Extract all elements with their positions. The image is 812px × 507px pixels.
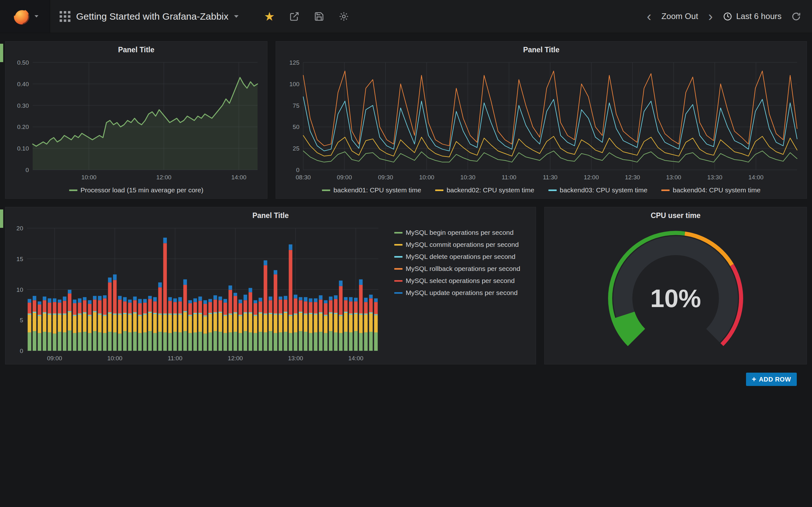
grafana-logo-icon: [12, 7, 32, 26]
grafana-dashboard: Getting Started with Grafana-Zabbix ★: [0, 0, 812, 507]
legend-label: MySQL select operations per second: [406, 277, 515, 285]
legend-label: MySQL delete operations per second: [406, 253, 515, 261]
legend-color-chip: [394, 244, 403, 245]
legend-item[interactable]: backend03: CPU system time: [548, 186, 648, 194]
time-range-picker[interactable]: Last 6 hours: [723, 11, 781, 21]
svg-text:11:30: 11:30: [543, 174, 557, 181]
dashboard-picker[interactable]: Getting Started with Grafana-Zabbix: [50, 0, 248, 33]
save-button[interactable]: [314, 11, 324, 21]
legend-color-chip: [548, 189, 557, 191]
svg-text:0.30: 0.30: [17, 102, 29, 109]
legend-item[interactable]: backend02: CPU system time: [435, 186, 535, 194]
panel-cpu-user-time: CPU user time 10%: [544, 207, 807, 364]
svg-text:13:00: 13:00: [288, 355, 303, 361]
svg-text:125: 125: [289, 59, 299, 66]
svg-text:5: 5: [20, 317, 23, 324]
svg-text:0.10: 0.10: [17, 145, 29, 152]
cpu-system-time-chart[interactable]: 025507510012508:3009:0009:3010:0010:3011…: [279, 58, 803, 182]
caret-down-icon: [35, 15, 38, 17]
mysql-operations-chart[interactable]: 0510152009:0010:0011:0012:0013:0014:00: [9, 224, 384, 363]
save-icon: [314, 11, 324, 21]
legend-label: backend02: CPU system time: [447, 186, 535, 194]
legend-item[interactable]: MySQL rollback operations per second: [394, 265, 520, 273]
row-collapse-handle[interactable]: [0, 210, 3, 228]
legend-color-chip: [394, 268, 403, 270]
svg-text:0.50: 0.50: [17, 59, 29, 66]
legend-label: backend03: CPU system time: [560, 186, 648, 194]
time-shift-forward-button[interactable]: ›: [708, 10, 713, 23]
legend-label: MySQL update operations per second: [406, 289, 518, 297]
dashboard-actions: ★: [264, 10, 349, 22]
chart-legend: MySQL begin operations per secondMySQL c…: [384, 224, 532, 363]
panel-title[interactable]: Panel Title: [5, 42, 267, 58]
svg-text:12:00: 12:00: [156, 174, 171, 181]
svg-text:100: 100: [289, 81, 299, 88]
svg-text:14:00: 14:00: [231, 174, 247, 181]
row-collapse-handle[interactable]: [0, 44, 3, 62]
legend-color-chip: [661, 189, 670, 191]
legend-label: backend01: CPU system time: [334, 186, 421, 194]
panel-processor-load: Panel Title 00.100.200.300.400.5010:0012…: [5, 41, 267, 199]
legend-color-chip: [435, 189, 444, 191]
share-button[interactable]: [289, 11, 299, 21]
grafana-main-menu[interactable]: [0, 0, 50, 33]
svg-text:09:30: 09:30: [378, 174, 393, 181]
legend-item[interactable]: MySQL select operations per second: [394, 277, 515, 285]
svg-text:14:00: 14:00: [749, 174, 764, 181]
legend-color-chip: [394, 232, 403, 233]
legend-color-chip: [322, 189, 330, 191]
gear-icon: [339, 11, 349, 21]
svg-text:0.20: 0.20: [17, 124, 29, 130]
svg-text:10:30: 10:30: [460, 174, 475, 181]
svg-text:0: 0: [296, 167, 299, 173]
panel-title[interactable]: CPU user time: [545, 207, 807, 224]
settings-button[interactable]: [339, 11, 349, 21]
svg-text:13:30: 13:30: [707, 174, 722, 181]
refresh-icon: [791, 11, 801, 21]
legend-color-chip: [394, 256, 403, 258]
legend-item[interactable]: backend01: CPU system time: [322, 186, 421, 194]
svg-text:50: 50: [293, 124, 299, 130]
panel-title[interactable]: Panel Title: [276, 42, 807, 58]
share-icon: [289, 11, 299, 21]
navbar: Getting Started with Grafana-Zabbix ★: [0, 0, 812, 33]
svg-text:11:00: 11:00: [502, 174, 516, 181]
clock-icon: [723, 12, 732, 21]
add-row-label: ADD ROW: [759, 376, 791, 383]
refresh-button[interactable]: [791, 11, 801, 21]
legend-item[interactable]: Processor load (15 min average per core): [69, 186, 204, 194]
star-button[interactable]: ★: [264, 10, 275, 22]
svg-text:10:00: 10:00: [107, 355, 122, 361]
chart-legend: backend01: CPU system timebackend02: CPU…: [279, 182, 803, 198]
svg-text:12:00: 12:00: [583, 174, 599, 181]
panel-mysql-operations: Panel Title 0510152009:0010:0011:0012:00…: [5, 207, 536, 364]
legend-label: Processor load (15 min average per core): [81, 186, 204, 194]
svg-text:10:00: 10:00: [81, 174, 96, 181]
zoom-out-button[interactable]: Zoom Out: [661, 11, 698, 21]
svg-text:08:30: 08:30: [296, 174, 311, 181]
legend-label: MySQL begin operations per second: [406, 229, 513, 236]
time-controls: ‹ Zoom Out › Last 6 hours: [646, 10, 812, 23]
chart-legend: Processor load (15 min average per core): [9, 182, 264, 198]
panel-title[interactable]: Panel Title: [5, 207, 536, 224]
svg-text:09:00: 09:00: [337, 174, 352, 181]
svg-text:0: 0: [20, 348, 23, 354]
legend-item[interactable]: MySQL begin operations per second: [394, 229, 513, 236]
legend-color-chip: [394, 280, 403, 282]
dashboard-title: Getting Started with Grafana-Zabbix: [76, 11, 229, 22]
add-row-button[interactable]: + ADD ROW: [746, 373, 797, 386]
svg-text:25: 25: [293, 145, 299, 152]
legend-item[interactable]: MySQL delete operations per second: [394, 253, 515, 261]
legend-color-chip: [69, 189, 78, 191]
cpu-user-time-gauge: 10%: [548, 224, 803, 363]
legend-item[interactable]: MySQL commit operations per second: [394, 241, 519, 248]
processor-load-chart[interactable]: 00.100.200.300.400.5010:0012:0014:00: [9, 58, 264, 182]
svg-text:14:00: 14:00: [348, 355, 363, 361]
svg-text:13:00: 13:00: [666, 174, 681, 181]
svg-text:09:00: 09:00: [47, 355, 62, 361]
svg-text:0.40: 0.40: [17, 81, 29, 88]
legend-item[interactable]: MySQL update operations per second: [394, 289, 518, 297]
legend-item[interactable]: backend04: CPU system time: [661, 186, 761, 194]
time-shift-back-button[interactable]: ‹: [646, 10, 652, 23]
svg-text:75: 75: [293, 102, 299, 109]
